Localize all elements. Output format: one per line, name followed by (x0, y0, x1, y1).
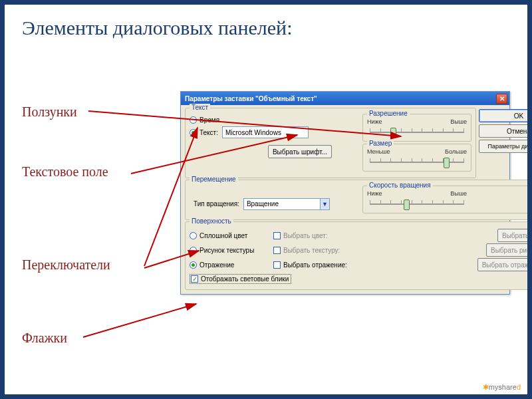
legend-text: Текст (190, 104, 210, 111)
group-movement: Перемещение Тип вращения: Вращение ▼ Ско… (185, 180, 532, 220)
resolution-high-label: Выше (450, 118, 467, 125)
radio-icon (190, 129, 197, 136)
watermark: ✱myshared (483, 383, 521, 392)
checkbox-texture: Выбрать текстуру: (273, 247, 340, 254)
radio-time[interactable]: Время (190, 116, 219, 124)
rotation-type-value: Вращение (247, 200, 279, 207)
size-slider[interactable] (367, 155, 467, 168)
label-textfield: Текстовое поле (22, 164, 108, 180)
radio-solid-label: Сплошной цвет (200, 232, 247, 239)
radio-icon (190, 261, 197, 269)
speed-low-label: Ниже (367, 190, 382, 197)
label-sliders: Ползунки (22, 104, 77, 120)
checkbox-flares[interactable]: Отображать световые блики (190, 274, 291, 284)
resolution-low-label: Ниже (367, 118, 382, 125)
radio-reflection[interactable]: Отражение (190, 261, 269, 269)
checkbox-icon (191, 275, 198, 283)
display-params-button[interactable]: Параметры дисплея... (479, 140, 532, 153)
size-low-label: Меньше (367, 148, 390, 155)
radio-texture-label: Рисунок текстуры (200, 247, 254, 254)
speed-high-label: Выше (450, 190, 467, 197)
checkbox-icon (273, 261, 281, 269)
radio-text-label: Текст: (200, 129, 218, 136)
dialog-title: Параметры заставки "Объемный текст" (185, 95, 317, 102)
legend-movement: Перемещение (190, 176, 238, 183)
radio-text[interactable]: Текст: (190, 129, 218, 136)
titlebar[interactable]: Параметры заставки "Объемный текст" ✕ (181, 92, 509, 105)
radio-reflection-label: Отражение (200, 261, 234, 269)
speed-slider[interactable] (367, 197, 467, 210)
checkbox-icon (273, 247, 281, 254)
legend-surface: Поверхность (190, 217, 233, 225)
choose-reflection-button: Выбрать отражение... (477, 258, 532, 271)
radio-time-label: Время (200, 116, 219, 124)
legend-size: Размер (367, 140, 394, 147)
close-button[interactable]: ✕ (496, 94, 507, 104)
choose-texture-button: Выбрать рисунок... (486, 243, 532, 257)
close-icon: ✕ (499, 95, 505, 102)
checkbox-flares-label: Отображать световые блики (201, 275, 289, 283)
radio-texture[interactable]: Рисунок текстуры (190, 247, 269, 254)
group-size: Размер Меньше Больше (362, 144, 471, 172)
group-speed: Скорость вращения Ниже Выше (362, 186, 532, 213)
size-high-label: Больше (445, 148, 467, 155)
group-resolution: Разрешение Ниже Выше (362, 114, 471, 142)
checkbox-icon (273, 232, 281, 239)
label-radio: Переключатели (22, 257, 110, 273)
legend-speed: Скорость вращения (367, 182, 433, 189)
choose-color-button: Выбрать цвет... (497, 229, 532, 242)
checkbox-reflection-label: Выбрать отражение: (283, 261, 347, 269)
svg-line-4 (83, 304, 196, 337)
text-input[interactable] (222, 126, 309, 138)
checkbox-texture-label: Выбрать текстуру: (283, 247, 340, 254)
radio-icon (190, 232, 197, 239)
label-checkbox: Флажки (22, 331, 67, 346)
legend-resolution: Разрешение (367, 110, 410, 117)
group-surface: Поверхность Сплошной цвет Выбрать цвет: … (185, 221, 532, 290)
radio-icon (190, 247, 197, 254)
radio-icon (190, 116, 197, 124)
rotation-type-label: Тип вращения: (190, 200, 239, 207)
group-text: Текст Время Текст: Выб (185, 108, 476, 178)
resolution-slider[interactable] (367, 125, 467, 138)
choose-font-button[interactable]: Выбрать шрифт... (268, 145, 332, 158)
cancel-button[interactable]: Отмена (479, 124, 532, 138)
screensaver-settings-dialog: Параметры заставки "Объемный текст" ✕ Те… (180, 91, 510, 295)
radio-solid-color[interactable]: Сплошной цвет (190, 232, 269, 239)
checkbox-color: Выбрать цвет: (273, 232, 328, 239)
checkbox-reflection[interactable]: Выбрать отражение: (273, 261, 347, 269)
checkbox-color-label: Выбрать цвет: (283, 232, 328, 239)
ok-button[interactable]: OK (479, 109, 532, 122)
slide-title: Элементы диалоговых панелей: (5, 5, 527, 51)
chevron-down-icon: ▼ (320, 199, 329, 209)
rotation-type-select[interactable]: Вращение ▼ (243, 198, 330, 210)
